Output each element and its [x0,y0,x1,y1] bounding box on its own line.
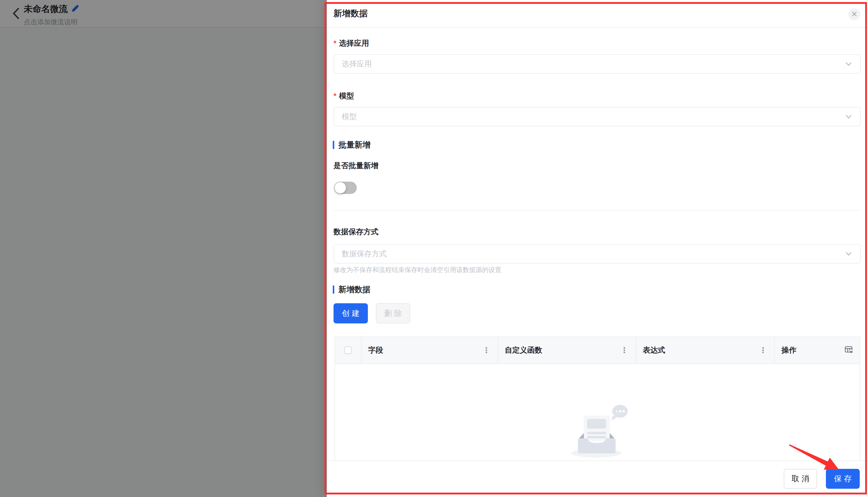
section-accent-bar [333,141,334,149]
select-model[interactable]: 模型 [333,107,861,126]
required-asterisk: * [333,39,336,47]
select-model-placeholder: 模型 [342,112,845,122]
column-header-expression: 表达式 [643,345,665,355]
modal-titlebar: 新增数据 ✕ [327,0,868,28]
select-save-mode-placeholder: 数据保存方式 [342,249,845,259]
section-batch-add: 批量新增 [333,140,370,150]
batch-toggle-switch[interactable] [334,182,357,194]
select-save-mode[interactable]: 数据保存方式 [333,244,861,264]
empty-state-illustration [558,401,636,461]
select-app-placeholder: 选择应用 [342,59,845,69]
required-asterisk: * [333,92,336,100]
column-menu-icon[interactable]: ⋮ [620,345,629,355]
app-field-label: * 选择应用 [333,38,369,48]
save-mode-label: 数据保存方式 [333,227,379,237]
close-button[interactable]: ✕ [848,8,860,20]
table-header-row: 字段 ⋮ 自定义函数 ⋮ 表达式 ⋮ 操作 [335,337,860,364]
column-settings-icon[interactable] [844,345,854,356]
column-header-custom-function: 自定义函数 [505,345,542,355]
batch-toggle-label: 是否批量新增 [333,161,379,171]
divider [333,210,861,211]
chevron-down-icon [845,250,853,258]
column-menu-icon[interactable]: ⋮ [758,345,768,355]
section-add-data: 新增数据 [333,284,370,295]
delete-button[interactable]: 删 除 [376,303,410,323]
column-header-field: 字段 [368,345,383,355]
add-data-modal: 新增数据 ✕ * 选择应用 选择应用 * 模型 模型 批量新增 是否批量新增 [327,0,868,497]
create-button[interactable]: 创 建 [333,303,368,323]
cancel-button[interactable]: 取 消 [784,469,817,489]
section-accent-bar [333,285,334,294]
model-field-label: * 模型 [333,91,354,101]
save-mode-helper-text: 修改为不保存和流程结束保存时会清空引用该数据源的设置 [333,266,501,274]
column-menu-icon[interactable]: ⋮ [482,345,492,355]
save-button[interactable]: 保 存 [826,469,860,489]
chevron-down-icon [845,60,853,68]
modal-title: 新增数据 [333,0,368,27]
modal-footer: 取 消 保 存 [327,460,868,497]
chevron-down-icon [845,113,853,120]
toggle-knob [335,182,346,194]
column-header-operation: 操作 [781,345,796,355]
select-all-checkbox[interactable] [344,346,352,354]
select-app[interactable]: 选择应用 [333,54,861,74]
close-icon: ✕ [851,10,857,18]
